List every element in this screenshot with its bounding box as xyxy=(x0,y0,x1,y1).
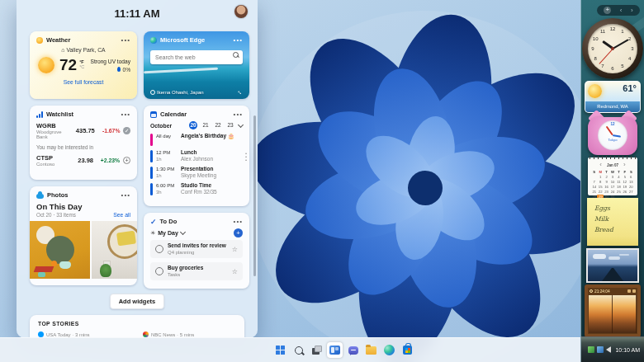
chevron-down-icon[interactable] xyxy=(180,229,186,235)
event-color-bar xyxy=(150,167,153,179)
calendar-gadget[interactable]: ‹ Jan 07 › SMTWTFS1234567891011121314151… xyxy=(588,157,637,195)
more-options-icon[interactable] xyxy=(121,112,130,117)
more-options-icon[interactable] xyxy=(121,193,130,198)
store-button[interactable] xyxy=(400,342,415,358)
event-color-bar xyxy=(150,134,153,146)
sun-icon xyxy=(588,84,602,98)
edge-button[interactable] xyxy=(381,342,397,358)
calendar-event[interactable]: All day Angela's Birthday 🎂 xyxy=(144,131,249,148)
widgets-button-active[interactable] xyxy=(327,342,343,358)
stock-added-button[interactable]: ✓ xyxy=(123,127,130,134)
see-full-forecast-link[interactable]: See full forecast xyxy=(30,79,137,85)
clock-numeral: 3 xyxy=(631,46,633,51)
puzzle-tiles[interactable] xyxy=(589,295,637,333)
clock-numeral: 9 xyxy=(591,46,594,51)
todo-widget[interactable]: To Do My Day + Send invites for review xyxy=(144,213,249,289)
scroll-indicator[interactable] xyxy=(245,152,247,162)
my-day-label[interactable]: My Day xyxy=(158,230,178,236)
event-duration: 3h xyxy=(156,189,178,195)
watchlist-widget[interactable]: Watchlist WGRB Woodgrove Bank 435.75 -1.… xyxy=(30,106,137,180)
cat-clock-gadget[interactable]: 12 Tokyo xyxy=(588,112,637,155)
photos-widget[interactable]: Photos On This Day Oct 20 · 33 items See… xyxy=(30,186,137,285)
tray-clock[interactable]: 10:10 AM xyxy=(615,347,640,353)
start-button[interactable] xyxy=(272,342,288,358)
calendar-event[interactable]: 1:30 PM 1h Presentation Skype Meeting xyxy=(144,164,249,181)
puzzle-shuffle-button[interactable] xyxy=(632,289,636,293)
add-widgets-button[interactable]: Add widgets xyxy=(110,294,165,309)
taskbar xyxy=(0,337,581,362)
weather-widget[interactable]: Weather Valley Park, CA 72 °F °C xyxy=(30,31,137,99)
add-stock-button[interactable]: + xyxy=(123,157,130,164)
task-row[interactable]: Buy groceries Tasks xyxy=(150,262,243,280)
date-pill[interactable]: 21 xyxy=(201,121,210,129)
more-options-icon[interactable] xyxy=(234,112,243,117)
more-options-icon[interactable] xyxy=(234,38,243,43)
task-title: Send invites for review xyxy=(168,242,226,249)
calendar-event[interactable]: 6:00 PM 3h Studio Time Conf Rm 32/35 xyxy=(144,181,249,197)
more-options-icon[interactable] xyxy=(121,38,130,43)
edge-widget[interactable]: Microsoft Edge Ikema Ohashi, Japan xyxy=(144,31,249,99)
weather-title: Weather xyxy=(46,36,70,44)
add-task-button[interactable]: + xyxy=(234,228,243,237)
add-gadget-button[interactable]: + xyxy=(604,7,611,14)
task-list-name: Tasks xyxy=(168,271,203,278)
weather-location-row: Valley Park, CA xyxy=(30,47,137,53)
gadget-month: Jan 07 xyxy=(607,163,618,167)
clock-numeral: 5 xyxy=(621,63,623,68)
picture-puzzle-gadget[interactable]: 21:24:04 xyxy=(585,284,641,337)
unit-celsius[interactable]: °C xyxy=(79,64,84,69)
task-view-button[interactable] xyxy=(309,342,324,358)
stock-symbol: WGRB xyxy=(36,122,73,129)
raindrop-icon xyxy=(117,67,121,72)
network-tray-icon[interactable] xyxy=(597,346,604,353)
temp-unit-toggle[interactable]: °F °C xyxy=(79,59,84,69)
slideshow-gadget[interactable] xyxy=(586,248,639,283)
calendar-widget[interactable]: Calendar October 20 21 22 23 xyxy=(144,106,249,206)
more-options-icon[interactable] xyxy=(234,219,243,224)
photo-thumbnail[interactable] xyxy=(92,221,137,279)
gadget-location: Redmond, WA xyxy=(585,101,640,112)
star-icon[interactable] xyxy=(232,246,238,253)
panel-scrollbar[interactable] xyxy=(253,115,256,276)
date-pill[interactable]: 22 xyxy=(214,121,222,129)
clock-numeral: 12 xyxy=(610,122,614,126)
timer-icon xyxy=(590,289,593,293)
chevron-down-icon[interactable] xyxy=(238,121,244,127)
photo-thumbnail[interactable] xyxy=(30,221,90,279)
task-row[interactable]: Send invites for review Q4 planning xyxy=(150,240,243,258)
analog-clock-gadget[interactable]: 123456789101112 xyxy=(582,18,643,79)
minute-hand xyxy=(606,126,613,136)
stock-row[interactable]: WGRB Woodgrove Bank 435.75 -1.67% ✓ xyxy=(30,120,137,141)
date-pill[interactable]: 23 xyxy=(226,121,234,129)
chart-bars-icon xyxy=(36,111,43,118)
stock-row[interactable]: CTSP Contoso 23.98 +2.23% + xyxy=(30,152,137,168)
file-explorer-button[interactable] xyxy=(363,342,379,358)
weather-temp: 72 xyxy=(59,56,77,74)
search-button[interactable] xyxy=(291,342,306,358)
search-input[interactable] xyxy=(150,50,243,64)
clock-numeral: 8 xyxy=(594,56,597,61)
sticky-note-gadget[interactable]: Eggs Milk Bread xyxy=(587,198,638,246)
date-pill-selected[interactable]: 20 xyxy=(189,121,197,129)
weather-gadget[interactable]: 61° Redmond, WA xyxy=(585,81,641,113)
avatar[interactable] xyxy=(234,5,248,18)
next-page-arrow[interactable]: › xyxy=(631,7,633,15)
event-title: Studio Time xyxy=(181,182,217,189)
star-icon[interactable] xyxy=(232,268,238,275)
volume-tray-icon[interactable] xyxy=(606,346,611,353)
chat-button[interactable] xyxy=(345,342,361,358)
see-all-link[interactable]: See all xyxy=(113,212,130,218)
story-source: USA Today · 3 mins xyxy=(46,332,90,337)
expand-icon[interactable] xyxy=(235,87,245,96)
calendar-event[interactable]: 12 PM 1h Lunch Alex Johnson xyxy=(144,148,249,164)
weather-location: Valley Park, CA xyxy=(67,47,106,53)
event-time: 12 PM xyxy=(156,149,178,156)
next-month-arrow[interactable]: › xyxy=(623,161,626,169)
puzzle-hint-button[interactable] xyxy=(627,289,631,293)
task-checkbox[interactable] xyxy=(155,245,163,253)
timezone-label: Tokyo xyxy=(608,138,618,142)
previous-page-arrow[interactable]: ‹ xyxy=(620,7,623,15)
task-checkbox[interactable] xyxy=(155,267,163,275)
security-tray-icon[interactable] xyxy=(588,346,594,353)
previous-month-arrow[interactable]: ‹ xyxy=(599,161,602,169)
